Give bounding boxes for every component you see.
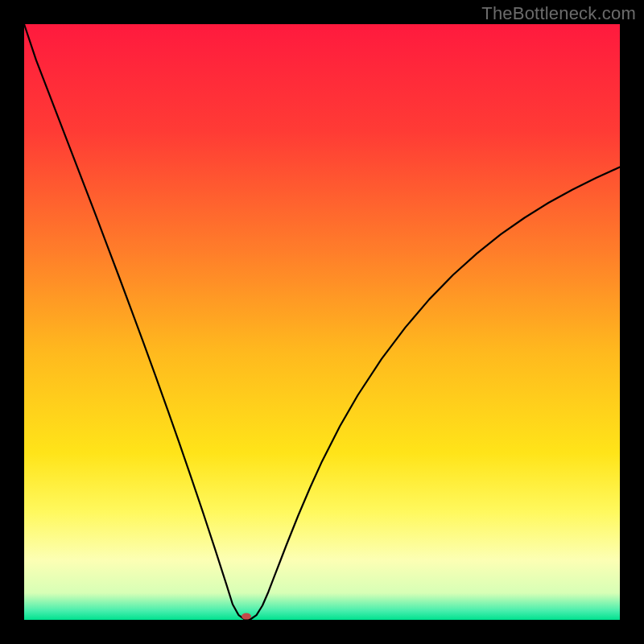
plot-background [24, 24, 620, 620]
chart-frame: TheBottleneck.com [0, 0, 644, 644]
bottleneck-chart [0, 0, 644, 644]
watermark-text: TheBottleneck.com [481, 3, 636, 24]
current-point-marker [242, 613, 251, 620]
